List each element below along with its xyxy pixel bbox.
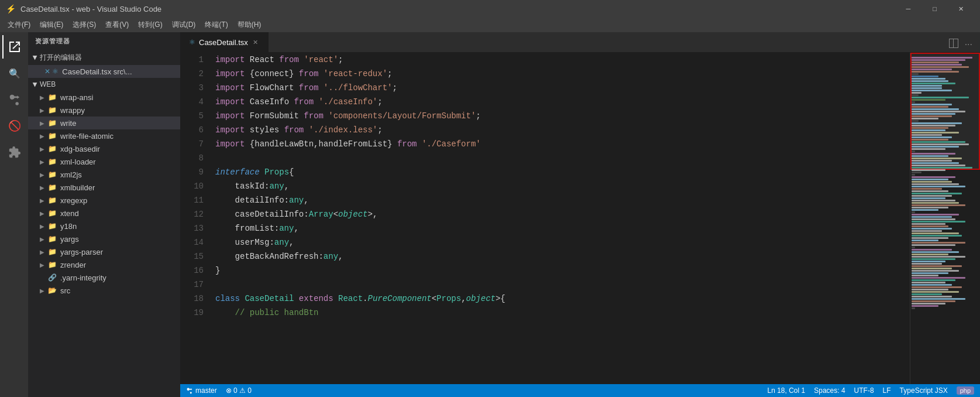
chevron-right-icon: ▶ <box>40 146 44 152</box>
folder-icon: 📁 <box>48 248 57 256</box>
language-mode[interactable]: TypeScript JSX <box>900 386 948 395</box>
code-line-2: import {connect} from 'react-redux'; <box>215 67 904 81</box>
code-line-6: import styles from './index.less'; <box>215 123 904 137</box>
status-bar: master ⊗ 0 ⚠ 0 Ln 18, Col 1 Spaces: 4 UT… <box>180 384 980 397</box>
code-line-7: import {handleLawBtn,handleFromList} fro… <box>215 137 904 151</box>
tab-close-button[interactable]: ✕ <box>252 37 259 47</box>
activity-no-wifi[interactable]: 🚫 <box>2 114 26 138</box>
sidebar-item-src[interactable]: ▶ 📂 src <box>28 284 180 297</box>
sidebar-item-write[interactable]: ▶ 📁 write <box>28 117 180 129</box>
cursor-position[interactable]: Ln 18, Col 1 <box>768 386 806 395</box>
main-layout: 🔍 🚫 资源管理器 ▶ 打开的编辑器 ✕ ⚛ CaseDetail.tsx sr… <box>0 32 980 397</box>
web-section[interactable]: ▶ WEB <box>28 78 180 91</box>
open-editors-section[interactable]: ▶ 打开的编辑器 <box>28 50 180 65</box>
code-line-18: class CaseDetail extends React.PureCompo… <box>215 292 904 306</box>
item-label: write <box>60 119 76 128</box>
code-line-10: taskId:any, <box>215 179 904 193</box>
menu-terminal[interactable]: 终端(T) <box>200 19 232 31</box>
menu-select[interactable]: 选择(S) <box>68 19 101 31</box>
chevron-right-icon: ▶ <box>40 249 44 255</box>
item-label: zrender <box>60 261 86 269</box>
more-actions-button[interactable]: ··· <box>963 37 974 52</box>
sidebar-item-zrender[interactable]: ▶ 📁 zrender <box>28 258 180 271</box>
sidebar-item-xml2js[interactable]: ▶ 📁 xml2js <box>28 168 180 181</box>
folder-icon: 📁 <box>48 158 57 166</box>
code-line-19: // public handBtn <box>215 306 904 320</box>
code-line-3: import FlowChart from '../flowChart'; <box>215 81 904 95</box>
folder-icon: 📁 <box>48 93 57 101</box>
item-label: src <box>60 286 70 295</box>
code-line-1: import React from 'react'; <box>215 53 904 67</box>
activity-explorer[interactable] <box>2 35 26 59</box>
sidebar-item-yargs[interactable]: ▶ 📁 yargs <box>28 232 180 245</box>
menu-view[interactable]: 查看(V) <box>101 19 133 31</box>
split-editor-button[interactable] <box>947 37 960 52</box>
tab-label: CaseDetail.tsx <box>199 38 248 47</box>
code-line-17 <box>215 278 904 292</box>
activity-search[interactable]: 🔍 <box>2 61 26 85</box>
code-editor[interactable]: import React from 'react'; import {conne… <box>209 53 910 384</box>
chevron-right-icon: ▶ <box>40 120 44 126</box>
sidebar-item-y18n[interactable]: ▶ 📁 y18n <box>28 220 180 232</box>
src-folder-icon: 📂 <box>48 286 57 295</box>
chevron-right-icon: ▶ <box>40 197 44 204</box>
encoding[interactable]: UTF-8 <box>854 386 874 395</box>
maximize-button[interactable]: □ <box>921 0 948 18</box>
code-line-13: fromList:any, <box>215 221 904 235</box>
open-editors-label: 打开的编辑器 <box>40 53 82 63</box>
error-count[interactable]: ⊗ 0 ⚠ 0 <box>226 386 252 395</box>
sidebar-item-wrappy[interactable]: ▶ 📁 wrappy <box>28 104 180 117</box>
code-line-9: interface Props{ <box>215 165 904 179</box>
menu-edit[interactable]: 编辑(E) <box>35 19 68 31</box>
git-branch[interactable]: master <box>186 386 217 395</box>
sidebar-header: 资源管理器 <box>28 32 180 50</box>
chevron-right-icon: ▶ <box>40 172 44 178</box>
folder-icon: 📁 <box>48 132 57 140</box>
item-label: xml2js <box>60 170 82 179</box>
line-ending[interactable]: LF <box>883 386 891 395</box>
sidebar-item-yarn-integrity[interactable]: ▶ 🔗 .yarn-integrity <box>28 271 180 284</box>
chevron-right-icon: ▶ <box>40 262 44 268</box>
tab-casedetail[interactable]: ⚛ CaseDetail.tsx ✕ <box>180 32 269 52</box>
sidebar-item-write-file-atomic[interactable]: ▶ 📁 write-file-atomic <box>28 129 180 142</box>
item-label: wrappy <box>60 106 85 115</box>
item-label: xdg-basedir <box>60 145 100 153</box>
menu-debug[interactable]: 调试(D) <box>167 19 201 31</box>
sidebar-item-xdg-basedir[interactable]: ▶ 📁 xdg-basedir <box>28 142 180 155</box>
activity-source-control[interactable] <box>2 88 26 111</box>
item-label: yargs <box>60 235 79 244</box>
web-label: WEB <box>40 80 56 88</box>
menu-goto[interactable]: 转到(G) <box>133 19 167 31</box>
sidebar-item-wrap-ansi[interactable]: ▶ 📁 wrap-ansi <box>28 91 180 104</box>
app-icon: ⚡ <box>6 4 16 13</box>
code-line-16: } <box>215 263 904 278</box>
open-editor-casedetail[interactable]: ✕ ⚛ CaseDetail.tsx src\... <box>28 65 180 78</box>
menu-bar: 文件(F) 编辑(E) 选择(S) 查看(V) 转到(G) 调试(D) 终端(T… <box>0 18 980 32</box>
item-label: yargs-parser <box>60 248 103 256</box>
sidebar-item-xml-loader[interactable]: ▶ 📁 xml-loader <box>28 155 180 168</box>
sidebar-item-xtend[interactable]: ▶ 📁 xtend <box>28 207 180 220</box>
minimap[interactable] <box>910 53 980 384</box>
sidebar-item-xmlbuilder[interactable]: ▶ 📁 xmlbuilder <box>28 181 180 194</box>
chevron-right-icon: ▶ <box>40 288 44 294</box>
title-bar: ⚡ CaseDetail.tsx - web - Visual Studio C… <box>0 0 980 18</box>
sidebar-item-xregexp[interactable]: ▶ 📁 xregexp <box>28 194 180 207</box>
web-chevron: ▶ <box>32 82 39 87</box>
indentation[interactable]: Spaces: 4 <box>814 386 845 395</box>
window-controls: ─ □ ✕ <box>895 0 974 18</box>
folder-icon: 📁 <box>48 235 57 243</box>
item-label: xmlbuilder <box>60 183 95 192</box>
tab-bar: ⚛ CaseDetail.tsx ✕ ··· <box>180 32 980 53</box>
minimize-button[interactable]: ─ <box>895 0 921 18</box>
code-line-15: getBackAndRefresh:any, <box>215 249 904 263</box>
close-button[interactable]: ✕ <box>948 0 974 18</box>
menu-file[interactable]: 文件(F) <box>3 19 35 31</box>
folder-icon: 📁 <box>48 183 57 191</box>
code-line-5: import FormSubmit from 'components/Layou… <box>215 109 904 123</box>
folder-icon: 📁 <box>48 145 57 153</box>
workspace: ⚛ CaseDetail.tsx ✕ ··· 1 2 3 4 5 6 <box>180 32 980 397</box>
sidebar-item-yargs-parser[interactable]: ▶ 📁 yargs-parser <box>28 245 180 258</box>
item-label: xregexp <box>60 196 87 205</box>
menu-help[interactable]: 帮助(H) <box>233 19 266 31</box>
activity-extensions[interactable] <box>2 141 26 164</box>
